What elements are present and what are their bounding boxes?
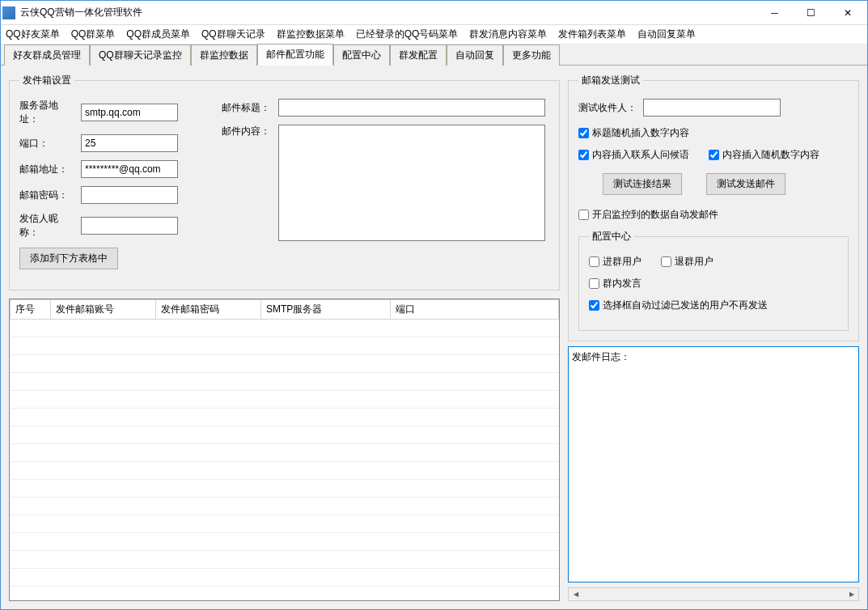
port-label: 端口： <box>19 137 76 150</box>
config-legend: 配置中心 <box>589 230 634 244</box>
table-row[interactable] <box>11 533 559 551</box>
chk-join-user-label: 进群用户 <box>603 255 641 269</box>
tab-2[interactable]: 群监控数据 <box>191 44 257 66</box>
chk-auto-send[interactable] <box>578 210 589 220</box>
menu-item-0[interactable]: QQ好友菜单 <box>6 28 60 41</box>
table-row[interactable] <box>11 569 559 587</box>
chk-leave-user-label: 退群用户 <box>675 255 713 269</box>
tab-7[interactable]: 更多功能 <box>503 44 560 66</box>
col-header-1[interactable]: 发件邮箱账号 <box>51 300 156 320</box>
recipient-input[interactable] <box>643 99 781 116</box>
table-row[interactable] <box>11 373 559 391</box>
chk-insert-random[interactable] <box>709 150 719 160</box>
log-label: 发邮件日志： <box>572 351 630 362</box>
titlebar: 云侠QQ营销一体化管理软件 ─ ☐ ✕ <box>1 1 867 25</box>
table-row[interactable] <box>11 426 559 444</box>
menu-item-5[interactable]: 已经登录的QQ号码菜单 <box>356 28 459 41</box>
menu-item-1[interactable]: QQ群菜单 <box>71 28 116 41</box>
menu-item-2[interactable]: QQ群成员菜单 <box>126 28 190 41</box>
subject-label: 邮件标题： <box>222 101 273 115</box>
table-row[interactable] <box>11 498 559 515</box>
chk-leave-user[interactable] <box>661 256 671 267</box>
menu-item-6[interactable]: 群发消息内容菜单 <box>469 28 547 41</box>
col-header-0[interactable]: 序号 <box>11 300 51 320</box>
sender-legend: 发件箱设置 <box>19 74 74 87</box>
table-row[interactable] <box>11 480 559 498</box>
chk-insert-greeting-label: 内容插入联系人问候语 <box>592 148 689 162</box>
server-label: 服务器地址： <box>19 99 76 126</box>
scroll-left-icon[interactable]: ◀ <box>569 588 582 600</box>
tab-3[interactable]: 邮件配置功能 <box>257 44 333 66</box>
menu-item-4[interactable]: 群监控数据菜单 <box>277 28 345 41</box>
close-button[interactable]: ✕ <box>829 2 866 24</box>
tab-5[interactable]: 群发配置 <box>390 44 447 66</box>
table-row[interactable] <box>11 337 559 355</box>
menu-item-8[interactable]: 自动回复菜单 <box>637 28 696 41</box>
chk-group-speak[interactable] <box>589 278 599 289</box>
table-row[interactable] <box>11 391 559 409</box>
password-label: 邮箱密码： <box>19 189 76 202</box>
tab-1[interactable]: QQ群聊天记录监控 <box>90 44 191 66</box>
chk-insert-greeting[interactable] <box>578 150 589 160</box>
col-header-4[interactable]: 端口 <box>391 300 559 320</box>
sender-table[interactable]: 序号发件邮箱账号发件邮箱密码SMTP服务器端口 <box>9 299 560 601</box>
chk-group-speak-label: 群内发言 <box>603 277 641 290</box>
chk-random-subject[interactable] <box>578 128 589 138</box>
nick-label: 发信人昵称： <box>19 212 76 239</box>
log-scrollbar[interactable]: ◀ ▶ <box>568 587 859 601</box>
app-icon <box>2 6 15 19</box>
table-row[interactable] <box>11 462 559 480</box>
test-connection-button[interactable]: 测试连接结果 <box>603 173 682 195</box>
col-header-2[interactable]: 发件邮箱密码 <box>156 300 261 320</box>
maximize-button[interactable]: ☐ <box>793 2 829 24</box>
body-textarea[interactable] <box>278 125 545 241</box>
server-input[interactable] <box>81 104 178 121</box>
subject-input[interactable] <box>278 99 545 116</box>
add-to-table-button[interactable]: 添加到下方表格中 <box>19 248 118 269</box>
col-header-3[interactable]: SMTP服务器 <box>261 300 391 320</box>
email-input[interactable] <box>81 160 178 178</box>
password-input[interactable] <box>81 186 178 204</box>
nick-input[interactable] <box>81 217 178 235</box>
table-row[interactable] <box>11 444 559 462</box>
tab-6[interactable]: 自动回复 <box>447 44 503 66</box>
chk-join-user[interactable] <box>589 256 599 267</box>
test-send-group: 邮箱发送测试 测试收件人： 标题随机插入数字内容 内容插入联系人问候语 <box>568 74 859 341</box>
window-title: 云侠QQ营销一体化管理软件 <box>20 6 756 19</box>
table-row[interactable] <box>11 551 559 569</box>
menu-item-7[interactable]: 发件箱列表菜单 <box>558 28 626 41</box>
email-label: 邮箱地址： <box>19 163 76 176</box>
body-label: 邮件内容： <box>222 125 273 138</box>
menubar: QQ好友菜单QQ群菜单QQ群成员菜单QQ群聊天记录群监控数据菜单已经登录的QQ号… <box>1 25 867 44</box>
recipient-label: 测试收件人： <box>578 101 637 115</box>
tabbar: 好友群成员管理QQ群聊天记录监控群监控数据邮件配置功能配置中心群发配置自动回复更… <box>1 44 867 66</box>
tab-0[interactable]: 好友群成员管理 <box>4 44 90 66</box>
menu-item-3[interactable]: QQ群聊天记录 <box>201 28 265 41</box>
table-row[interactable] <box>11 355 559 373</box>
chk-random-subject-label: 标题随机插入数字内容 <box>592 126 689 140</box>
table-row[interactable] <box>11 515 559 533</box>
table-row[interactable] <box>11 409 559 426</box>
config-center-group: 配置中心 进群用户 退群用户 群内发言 <box>578 230 849 331</box>
chk-filter[interactable] <box>589 300 599 311</box>
scroll-right-icon[interactable]: ▶ <box>845 588 858 600</box>
sender-settings-group: 发件箱设置 服务器地址： 端口： 邮箱地址： <box>9 74 560 290</box>
port-input[interactable] <box>81 134 178 152</box>
minimize-button[interactable]: ─ <box>756 2 793 24</box>
chk-auto-send-label: 开启监控到的数据自动发邮件 <box>592 208 718 222</box>
log-box[interactable]: 发邮件日志： <box>568 346 859 582</box>
tab-4[interactable]: 配置中心 <box>333 44 390 66</box>
chk-insert-random-label: 内容插入随机数字内容 <box>722 148 819 162</box>
chk-filter-label: 选择框自动过滤已发送的用户不再发送 <box>603 299 768 312</box>
table-row[interactable] <box>11 320 559 337</box>
test-legend: 邮箱发送测试 <box>578 74 643 87</box>
test-send-button[interactable]: 测试发送邮件 <box>706 173 785 195</box>
